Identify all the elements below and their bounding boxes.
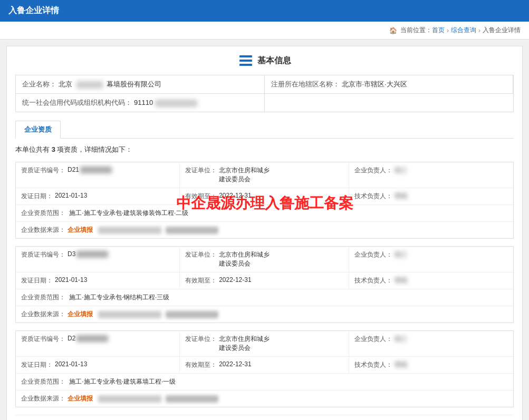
svg-rect-1: [239, 60, 252, 62]
qual-row-1-scope: 企业资质范围： 施工·施工专业承包·建筑装修装饰工程·二级: [16, 205, 513, 222]
section-title-row: 基本信息: [15, 55, 514, 66]
cert-no-label-2: 资质证书编号：: [21, 250, 65, 259]
page-title: 入鲁企业详情: [8, 5, 59, 16]
valid-until-cell-2: 有效期至： 2022-12-31: [180, 272, 349, 289]
breadcrumb-sep-2: ›: [478, 27, 480, 34]
breadcrumb-current: 入鲁企业详情: [483, 26, 521, 35]
scope-label-2: 企业资质范围：: [21, 294, 65, 301]
qual-card-2: 资质证书编号： D3 发证单位： 北京市住房和城乡建设委员会 企业负责人： 张三…: [15, 246, 514, 323]
source-blur-3: [98, 395, 161, 403]
issuer-label-1: 发证单位：: [185, 166, 217, 175]
resp-label-2: 企业负责人：: [354, 250, 392, 259]
issuer-cell-2: 发证单位： 北京市住房和城乡建设委员会: [180, 247, 349, 272]
breadcrumb-comprehensive[interactable]: 综合查询: [451, 26, 476, 35]
source-value-2: 企业填报: [68, 310, 93, 319]
source-value-1: 企业填报: [68, 226, 93, 235]
scope-cell-1: 企业资质范围： 施工·施工专业承包·建筑装修装饰工程·二级: [16, 205, 513, 221]
qual-row-1-top: 资质证书编号： D21 发证单位： 北京市住房和城乡建设委员会 企业负责人： 张…: [16, 162, 513, 188]
scope-value-1: 施工·施工专业承包·建筑装修装饰工程·二级: [69, 209, 188, 217]
qual-row-3-mid: 发证日期： 2021-01-13 有效期至： 2022-12-31 技术负责人：…: [16, 357, 513, 374]
qual-row-2-scope: 企业资质范围： 施工·施工专业承包·钢结构工程·三级: [16, 289, 513, 306]
note-row: 说明： 无: [15, 415, 514, 420]
company-name-label: 企业名称：: [22, 80, 56, 89]
issuer-cell-1: 发证单位： 北京市住房和城乡建设委员会: [180, 162, 349, 188]
issuer-cell-3: 发证单位： 北京市住房和城乡建设委员会: [180, 331, 349, 356]
valid-until-label-3: 有效期至：: [185, 360, 217, 369]
basic-info-title: 基本信息: [257, 55, 291, 66]
scope-label-3: 企业资质范围：: [21, 378, 65, 385]
source-label-1: 企业数据来源：: [21, 226, 65, 235]
resp-cell-1: 企业负责人： 张三: [349, 162, 513, 188]
cert-no-value-1: D21: [68, 166, 112, 173]
issuer-label-2: 发证单位：: [185, 250, 217, 259]
breadcrumb-prefix: 当前位置：: [400, 26, 432, 35]
scope-cell-3: 企业资质范围： 施工·施工专业承包·建筑幕墙工程·一级: [16, 374, 513, 390]
tech-resp-label-3: 技术负责人：: [354, 360, 392, 369]
tabs-bar: 企业资质: [15, 121, 514, 139]
source-value-3: 企业填报: [68, 394, 93, 403]
qual-row-2-mid: 发证日期： 2021-01-13 有效期至： 2022-12-31 技术负责人：…: [16, 272, 513, 289]
cert-no-label-1: 资质证书编号：: [21, 166, 65, 175]
issue-date-cell-2: 发证日期： 2021-01-13: [16, 272, 180, 289]
tech-resp-value-1: 李四: [395, 192, 407, 201]
issue-date-cell-3: 发证日期： 2021-01-13: [16, 357, 180, 373]
valid-until-label-2: 有效期至：: [185, 276, 217, 285]
issue-date-label-3: 发证日期：: [21, 360, 53, 369]
qual-row-3-top: 资质证书编号： D2 发证单位： 北京市住房和城乡建设委员会 企业负责人： 张三: [16, 331, 513, 357]
tech-resp-cell-2: 技术负责人： 李四: [349, 272, 513, 289]
qual-row-1-mid: 发证日期： 2021-01-13 有效期至： 2022-12-31 技术负责人：…: [16, 188, 513, 205]
issuer-value-3: 北京市住房和城乡建设委员会: [219, 335, 270, 353]
qual-card-3: 资质证书编号： D2 发证单位： 北京市住房和城乡建设委员会 企业负责人： 张三…: [15, 330, 514, 407]
source-blur-1: [98, 227, 161, 234]
tech-resp-label-2: 技术负责人：: [354, 276, 392, 285]
tech-resp-cell-3: 技术负责人： 李四: [349, 357, 513, 373]
valid-until-value-3: 2022-12-31: [219, 360, 251, 368]
svg-rect-2: [239, 64, 252, 66]
valid-until-cell-3: 有效期至： 2022-12-31: [180, 357, 349, 373]
qual-card-1: 资质证书编号： D21 发证单位： 北京市住房和城乡建设委员会 企业负责人： 张…: [15, 162, 514, 239]
issuer-label-3: 发证单位：: [185, 335, 217, 344]
breadcrumb-home[interactable]: 首页: [432, 26, 445, 35]
home-icon: 🏠: [389, 27, 397, 34]
basic-info-grid: 企业名称： 北京 幕墙股份有限公司 注册所在地辖区名称： 北京市·市辖区·大兴区…: [15, 75, 514, 112]
resp-value-3: 张三: [395, 335, 407, 344]
scope-label-1: 企业资质范围：: [21, 209, 65, 217]
resp-value-1: 张三: [395, 166, 407, 175]
source-label-2: 企业数据来源：: [21, 310, 65, 319]
source-blur-2: [98, 311, 161, 318]
main-content: 基本信息 企业名称： 北京 幕墙股份有限公司 注册所在地辖区名称： 北京市·市辖…: [6, 46, 523, 420]
qual-cards-container: 中企晟源办理入鲁施工备案 资质证书编号： D21 发证单位： 北京市住房和城乡建…: [15, 162, 514, 420]
scope-value-3: 施工·施工专业承包·建筑幕墙工程·一级: [69, 378, 176, 385]
tech-resp-value-2: 李四: [395, 276, 407, 285]
tech-resp-value-3: 李四: [395, 360, 407, 369]
list-icon: [238, 55, 253, 66]
issue-date-value-1: 2021-01-13: [55, 192, 87, 199]
issue-date-label-1: 发证日期：: [21, 192, 53, 201]
issue-date-value-2: 2021-01-13: [55, 276, 87, 284]
tech-resp-label-1: 技术负责人：: [354, 192, 392, 201]
issue-date-label-2: 发证日期：: [21, 276, 53, 285]
qual-row-3-scope: 企业资质范围： 施工·施工专业承包·建筑幕墙工程·一级: [16, 374, 513, 390]
cert-no-value-3: D2: [68, 335, 108, 342]
credit-code-cell: 统一社会信用代码或组织机构代码： 91110: [16, 94, 265, 112]
qual-row-2-top: 资质证书编号： D3 发证单位： 北京市住房和城乡建设委员会 企业负责人： 张三: [16, 247, 513, 272]
tab-enterprise-qual[interactable]: 企业资质: [15, 121, 61, 139]
cert-no-label-3: 资质证书编号：: [21, 335, 65, 344]
qual-count-text: 本单位共有 3 项资质，详细情况如下：: [15, 145, 514, 154]
company-name-value: 北京 幕墙股份有限公司: [59, 80, 161, 89]
cert-no-cell-2: 资质证书编号： D3: [16, 247, 180, 272]
valid-until-value-2: 2022-12-31: [219, 276, 251, 284]
cert-no-cell-3: 资质证书编号： D2: [16, 331, 180, 356]
qual-source-row-3: 企业数据来源： 企业填报: [16, 390, 513, 407]
tech-resp-cell-1: 技术负责人： 李四: [349, 188, 513, 204]
resp-cell-2: 企业负责人： 张三: [349, 247, 513, 272]
issuer-value-1: 北京市住房和城乡建设委员会: [219, 166, 270, 184]
credit-code-value: 91110: [134, 99, 197, 107]
reg-area-cell: 注册所在地辖区名称： 北京市·市辖区·大兴区: [265, 75, 514, 94]
qual-source-row-2: 企业数据来源： 企业填报: [16, 306, 513, 323]
issuer-value-2: 北京市住房和城乡建设委员会: [219, 250, 270, 268]
breadcrumb-sep-1: ›: [447, 27, 449, 34]
page-header: 入鲁企业详情: [0, 0, 529, 22]
source-label-3: 企业数据来源：: [21, 394, 65, 403]
svg-rect-0: [239, 55, 252, 57]
